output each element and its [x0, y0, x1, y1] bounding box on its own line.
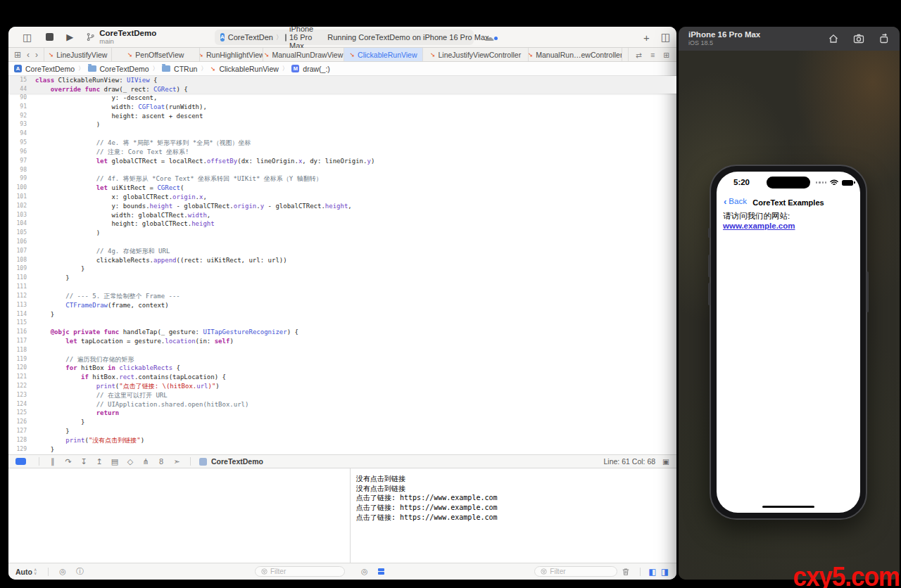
- debug-area-toggle[interactable]: [15, 458, 26, 465]
- line-number[interactable]: 105: [8, 229, 27, 238]
- line-number[interactable]: 121: [8, 373, 27, 382]
- code-line[interactable]: 101 x: globalCTRect.origin.x,: [8, 193, 676, 202]
- code-line[interactable]: 97 let globalCTRect = localRect.offsetBy…: [8, 157, 676, 166]
- profile-icon[interactable]: 8: [153, 457, 169, 466]
- code-line[interactable]: 93 ): [8, 120, 676, 129]
- code-line[interactable]: 118: [8, 346, 676, 355]
- line-number[interactable]: 114: [8, 310, 27, 319]
- quicklook-eye-icon[interactable]: ◎: [59, 567, 66, 576]
- line-number[interactable]: 94: [8, 129, 27, 139]
- breadcrumb-item[interactable]: CoreTextDemo: [88, 65, 149, 73]
- device-selector[interactable]: iPhone 16 Pro Max: [289, 27, 313, 50]
- view-debugger-icon[interactable]: ▤: [107, 457, 122, 466]
- code-line[interactable]: 128 print("没有点击到链接"): [8, 436, 676, 445]
- code-line[interactable]: 107 // 4g. 存储矩形和 URL: [8, 247, 676, 256]
- line-number[interactable]: 120: [8, 364, 27, 373]
- code-line[interactable]: 105 ): [8, 229, 676, 238]
- add-editor-icon[interactable]: ⊞: [663, 51, 669, 59]
- line-number[interactable]: 124: [8, 400, 27, 409]
- variables-pane-toggle-icon[interactable]: ◧: [648, 567, 656, 577]
- line-number[interactable]: 104: [8, 219, 27, 229]
- variables-filter-input[interactable]: Filter: [255, 566, 345, 577]
- code-line[interactable]: 91 width: CGFloat(runWidth),: [8, 103, 676, 112]
- code-line[interactable]: 114 }: [8, 310, 676, 319]
- console-eye-icon[interactable]: ◎: [361, 567, 368, 576]
- code-line[interactable]: 104 height: globalCTRect.height: [8, 219, 676, 229]
- line-number[interactable]: 111: [8, 283, 27, 292]
- pause-icon[interactable]: ∥: [45, 457, 61, 466]
- breadcrumb-item[interactable]: ACoreTextDemo: [14, 65, 75, 73]
- simulate-location-icon[interactable]: ➣: [169, 457, 184, 466]
- line-number[interactable]: 101: [8, 193, 27, 202]
- line-number[interactable]: 122: [8, 382, 27, 391]
- scope-stepper-icon[interactable]: ∧∨: [34, 568, 37, 575]
- forward-chevron-icon[interactable]: ›: [35, 50, 38, 60]
- line-number[interactable]: 118: [8, 346, 27, 355]
- code-editor[interactable]: 90 y: -descent,91 width: CGFloat(runWidt…: [8, 94, 676, 454]
- tab-ManualRunDrawView[interactable]: ➘ManualRunDrawView: [263, 48, 344, 61]
- line-number[interactable]: 125: [8, 409, 27, 418]
- line-number[interactable]: 119: [8, 355, 27, 364]
- line-number[interactable]: 103: [8, 211, 27, 220]
- breadcrumb-item[interactable]: Mdraw(_:): [291, 65, 330, 73]
- step-out-icon[interactable]: ↥: [92, 457, 107, 466]
- line-number[interactable]: 117: [8, 337, 27, 346]
- related-files-icon[interactable]: ⊞: [14, 50, 21, 60]
- line-number[interactable]: 107: [8, 247, 27, 256]
- code-line[interactable]: 90 y: -descent,: [8, 94, 676, 103]
- code-line[interactable]: 108 clickableRects.append((rect: uiKitRe…: [8, 256, 676, 265]
- line-number[interactable]: 15: [8, 76, 27, 85]
- code-line[interactable]: 110 }: [8, 274, 676, 283]
- line-number[interactable]: 129: [8, 445, 27, 454]
- code-line[interactable]: 117 let tapLocation = gesture.location(i…: [8, 337, 676, 346]
- variables-pane[interactable]: [8, 468, 351, 563]
- line-number[interactable]: 109: [8, 264, 27, 274]
- line-number[interactable]: 110: [8, 274, 27, 283]
- line-number[interactable]: 123: [8, 391, 27, 400]
- code-line[interactable]: 15class ClickableRunView: UIView {: [8, 76, 676, 85]
- tab-RunHighlightView[interactable]: ➘RunHighlightView: [200, 48, 263, 61]
- line-number[interactable]: 112: [8, 292, 27, 301]
- line-number[interactable]: 98: [8, 166, 27, 175]
- code-line[interactable]: 113 CTFrameDraw(frame, context): [8, 301, 676, 310]
- debug-target-label[interactable]: CoreTextDemo: [211, 457, 263, 466]
- info-icon[interactable]: ⓘ: [76, 566, 84, 577]
- code-line[interactable]: 127 }: [8, 427, 676, 436]
- step-into-icon[interactable]: ↧: [76, 457, 92, 466]
- threads-icon[interactable]: ⋔: [138, 457, 153, 466]
- code-line[interactable]: 123 // 在这里可以打开 URL: [8, 391, 676, 400]
- line-number[interactable]: 102: [8, 202, 27, 211]
- console-output[interactable]: 没有点击到链接没有点击到链接点击了链接: https://www.example…: [351, 468, 676, 563]
- code-line[interactable]: 106: [8, 238, 676, 247]
- code-line[interactable]: 96 // 注意: Core Text 坐标系!: [8, 148, 676, 157]
- variables-scope-select[interactable]: Auto: [15, 568, 32, 576]
- code-line[interactable]: 115: [8, 319, 676, 328]
- code-line[interactable]: 98: [8, 166, 676, 175]
- line-number[interactable]: 92: [8, 112, 27, 121]
- step-over-icon[interactable]: ↷: [61, 457, 76, 466]
- rotate-icon[interactable]: [878, 33, 890, 44]
- line-number[interactable]: 96: [8, 148, 27, 157]
- example-link[interactable]: www.example.com: [723, 222, 795, 230]
- add-tab-button[interactable]: +: [643, 32, 650, 44]
- code-line[interactable]: 120 for hitBox in clickableRects {: [8, 364, 676, 373]
- memory-graph-icon[interactable]: ◇: [122, 457, 138, 466]
- tab-ClickableRunView[interactable]: ➘ClickableRunView: [344, 48, 423, 61]
- scheme-selector[interactable]: CoreTextDen: [228, 33, 273, 41]
- console-pane-toggle-icon[interactable]: ◨: [661, 567, 669, 577]
- code-line[interactable]: 124 // UIApplication.shared.open(hitBox.…: [8, 400, 676, 409]
- tab-PenOffsetView[interactable]: ➘PenOffsetView: [112, 48, 200, 61]
- line-number[interactable]: 116: [8, 328, 27, 337]
- line-number[interactable]: 113: [8, 301, 27, 310]
- line-number[interactable]: 93: [8, 120, 27, 129]
- swap-editor-icon[interactable]: ⇄: [636, 51, 642, 59]
- home-icon[interactable]: [828, 33, 839, 44]
- code-line[interactable]: 94: [8, 129, 676, 139]
- line-number[interactable]: 90: [8, 94, 27, 103]
- tab-LineJustifyViewController[interactable]: ➘LineJustifyViewController: [423, 48, 529, 61]
- line-number[interactable]: 100: [8, 184, 27, 193]
- minimap-icon[interactable]: ≡: [650, 51, 655, 59]
- console-toggle-icon[interactable]: ▣: [662, 457, 669, 466]
- screenshot-icon[interactable]: [853, 33, 864, 44]
- code-line[interactable]: 111: [8, 283, 676, 292]
